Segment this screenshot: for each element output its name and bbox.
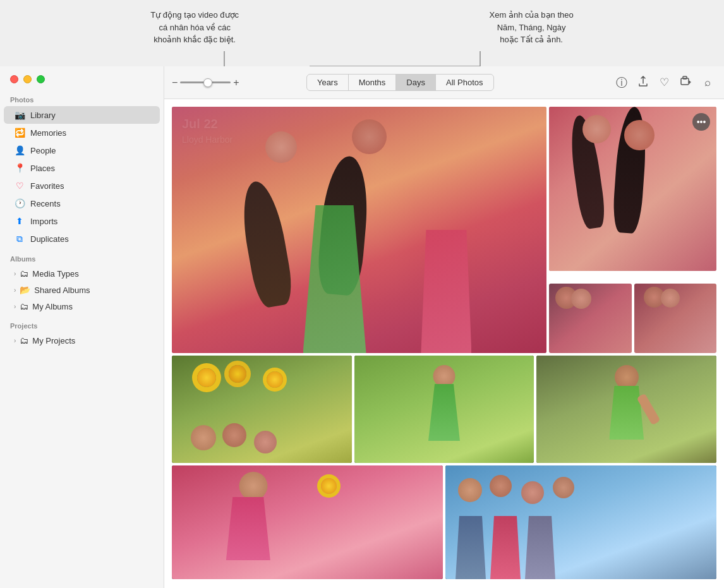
sidebar-item-favorites[interactable]: ♡ Favorites <box>4 177 160 195</box>
photo-top-right[interactable]: ••• <box>549 107 716 271</box>
photo-row2-3[interactable] <box>536 356 716 463</box>
add-album-icon <box>680 76 691 89</box>
photo-row2-2[interactable] <box>354 356 534 463</box>
annotation-bracket <box>0 51 724 66</box>
toolbar: − + Years Months Days All Photos ⓘ <box>164 66 724 99</box>
sidebar-item-memories[interactable]: 🔁 Memories <box>4 124 160 141</box>
maximize-button[interactable] <box>37 75 45 83</box>
photo-grid-row-3 <box>172 465 716 579</box>
sidebar: Photos 📷 Library 🔁 Memories 👤 People 📍 P… <box>0 66 164 588</box>
tab-days[interactable]: Days <box>395 75 435 90</box>
people-icon: 👤 <box>14 145 25 156</box>
places-icon: 📍 <box>14 162 25 174</box>
favorites-icon: ♡ <box>14 180 25 191</box>
zoom-out-button[interactable]: − <box>172 77 178 88</box>
photos-section-label: Photos <box>0 88 164 106</box>
memories-icon: 🔁 <box>14 127 25 138</box>
folder-icon: 🗂 <box>20 268 28 279</box>
info-icon: ⓘ <box>616 75 627 90</box>
more-options-button[interactable]: ••• <box>692 113 710 131</box>
my-projects-folder-icon: 🗂 <box>20 335 28 345</box>
sidebar-item-imports[interactable]: ⬆ Imports <box>4 212 160 230</box>
sidebar-item-label-people: People <box>30 146 56 155</box>
sidebar-item-label-memories: Memories <box>30 128 66 138</box>
tab-all-photos[interactable]: All Photos <box>435 75 493 90</box>
photo-row2-1[interactable] <box>172 356 352 463</box>
sidebar-item-label-places: Places <box>30 164 55 173</box>
svg-rect-4 <box>683 76 687 79</box>
sidebar-item-label-shared-albums: Shared Albums <box>34 285 90 295</box>
imports-icon: ⬆ <box>14 215 25 227</box>
recents-icon: 🕐 <box>14 198 25 209</box>
sidebar-item-label-my-albums: My Albums <box>32 302 73 311</box>
share-icon <box>638 76 648 90</box>
sidebar-item-label-recents: Recents <box>30 199 61 208</box>
sidebar-item-my-projects[interactable]: › 🗂 My Projects <box>4 332 160 349</box>
chevron-icon-4: › <box>14 337 16 344</box>
heart-icon: ♡ <box>660 76 669 89</box>
close-button[interactable] <box>10 75 18 83</box>
photo-row3-2[interactable] <box>445 465 716 579</box>
sidebar-item-shared-albums[interactable]: › 📂 Shared Albums <box>4 282 160 298</box>
info-button[interactable]: ⓘ <box>613 74 630 92</box>
photo-bottom-right-1[interactable] <box>549 284 632 353</box>
shared-albums-folder-icon: 📂 <box>20 285 30 295</box>
app-container: Photos 📷 Library 🔁 Memories 👤 People 📍 P… <box>0 66 724 588</box>
sidebar-item-label-imports: Imports <box>30 217 57 226</box>
photo-grid-right-column: ••• <box>549 107 716 353</box>
photo-bottom-right-2[interactable] <box>634 284 717 353</box>
sidebar-item-duplicates[interactable]: ⧉ Duplicates <box>4 230 160 248</box>
photo-grid-bottom-right <box>549 284 716 353</box>
tab-years[interactable]: Years <box>307 75 348 90</box>
traffic-lights <box>0 66 164 88</box>
photo-grid-row-2 <box>172 356 716 463</box>
photo-grid: Jul 22 Lloyd Harbor <box>164 99 724 588</box>
favorite-button[interactable]: ♡ <box>656 74 673 92</box>
tab-group: Years Months Days All Photos <box>306 74 494 91</box>
annotation-area: Tự động tạo video đượccá nhân hóa về các… <box>0 0 724 66</box>
chevron-icon-3: › <box>14 303 16 310</box>
photo-grid-row-1: Jul 22 Lloyd Harbor <box>172 107 716 353</box>
tab-months[interactable]: Months <box>348 75 396 90</box>
library-icon: 📷 <box>14 109 25 121</box>
sidebar-item-media-types[interactable]: › 🗂 Media Types <box>4 265 160 282</box>
sidebar-item-label-favorites: Favorites <box>30 181 64 191</box>
sidebar-item-label-media-types: Media Types <box>32 269 78 279</box>
photo-main-large[interactable]: Jul 22 Lloyd Harbor <box>172 107 546 353</box>
duplicates-icon: ⧉ <box>14 233 25 244</box>
share-button[interactable] <box>634 74 652 92</box>
chevron-icon: › <box>14 270 16 277</box>
sidebar-item-label-my-projects: My Projects <box>32 336 75 345</box>
my-albums-folder-icon: 🗂 <box>20 301 28 311</box>
sidebar-item-places[interactable]: 📍 Places <box>4 159 160 177</box>
more-dots-icon: ••• <box>697 117 706 127</box>
sidebar-item-recents[interactable]: 🕐 Recents <box>4 195 160 212</box>
sidebar-item-my-albums[interactable]: › 🗂 My Albums <box>4 298 160 315</box>
minimize-button[interactable] <box>23 75 32 83</box>
add-to-album-button[interactable] <box>677 74 695 92</box>
sidebar-item-people[interactable]: 👤 People <box>4 141 160 159</box>
projects-section-label: Projects <box>0 315 164 332</box>
photo-row3-1[interactable] <box>172 465 443 579</box>
chevron-icon-2: › <box>14 287 16 294</box>
search-icon: ⌕ <box>704 76 711 89</box>
sidebar-item-library[interactable]: 📷 Library <box>4 106 160 124</box>
zoom-control: − + <box>172 77 239 88</box>
main-content: − + Years Months Days All Photos ⓘ <box>164 66 724 588</box>
zoom-in-button[interactable]: + <box>233 77 239 88</box>
sidebar-item-label-duplicates: Duplicates <box>30 234 69 244</box>
toolbar-actions: ⓘ ♡ <box>613 74 716 92</box>
search-button[interactable]: ⌕ <box>699 74 716 92</box>
zoom-slider[interactable] <box>180 81 231 83</box>
albums-section-label: Albums <box>0 248 164 265</box>
sidebar-item-label-library: Library <box>30 111 56 120</box>
